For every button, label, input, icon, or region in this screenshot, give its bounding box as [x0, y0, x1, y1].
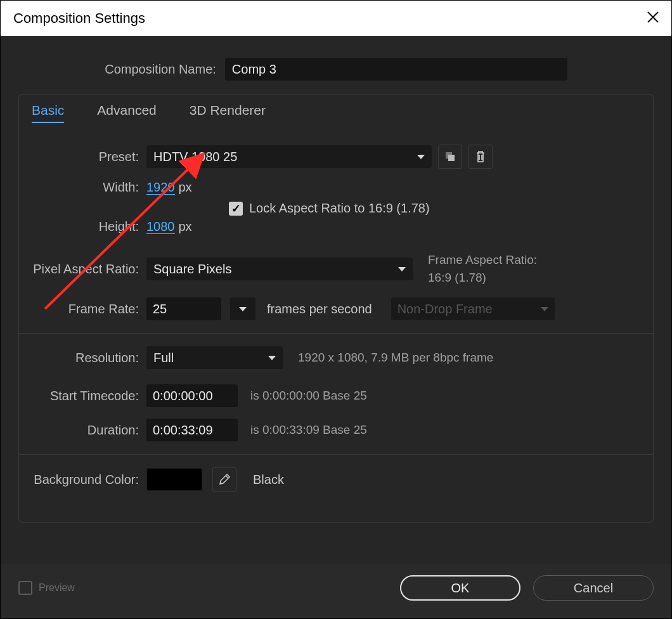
delete-preset-button[interactable]	[468, 145, 493, 169]
cancel-button[interactable]: Cancel	[533, 575, 654, 601]
tab-basic[interactable]: Basic	[32, 103, 64, 123]
background-color-label: Background Color:	[30, 472, 146, 487]
frame-rate-label: Frame Rate:	[30, 302, 146, 316]
duration-hint: is 0:00:33:09 Base 25	[250, 423, 367, 437]
composition-name-label: Composition Name:	[105, 62, 216, 77]
preset-select[interactable]: HDTV 1080 25	[146, 145, 432, 168]
preview-label: Preview	[39, 582, 75, 594]
divider	[19, 333, 653, 334]
frame-aspect-value: 16:9 (1.78)	[428, 271, 537, 285]
resolution-label: Resolution:	[30, 351, 146, 365]
chevron-down-icon	[239, 307, 247, 311]
background-color-name: Black	[253, 472, 284, 487]
tab-advanced[interactable]: Advanced	[97, 103, 156, 123]
drop-frame-select: Non-Drop Frame	[391, 297, 555, 320]
frame-rate-dropdown-button[interactable]	[230, 297, 255, 320]
ok-button[interactable]: OK	[400, 575, 520, 601]
chevron-down-icon	[398, 267, 406, 271]
tab-3d-renderer[interactable]: 3D Renderer	[190, 103, 266, 123]
close-icon[interactable]	[646, 10, 660, 27]
width-label: Width:	[30, 180, 146, 195]
preset-value: HDTV 1080 25	[153, 150, 237, 164]
width-unit: px	[179, 180, 192, 195]
width-value[interactable]: 1920	[146, 180, 175, 195]
chevron-down-icon	[541, 307, 548, 311]
resolution-select[interactable]: Full	[146, 346, 283, 369]
preset-label: Preset:	[30, 150, 146, 164]
composition-name-input[interactable]	[225, 58, 567, 81]
height-label: Height:	[30, 219, 146, 234]
chevron-down-icon	[268, 356, 276, 360]
pixel-aspect-select[interactable]: Square Pixels	[146, 257, 413, 280]
start-timecode-label: Start Timecode:	[30, 389, 146, 403]
duration-input[interactable]	[146, 419, 238, 441]
start-timecode-input[interactable]	[146, 384, 238, 407]
lock-aspect-checkbox[interactable]	[229, 202, 243, 216]
svg-rect-1	[448, 155, 455, 161]
settings-panel: Basic Advanced 3D Renderer Preset: HDTV …	[18, 94, 654, 523]
frame-aspect-label: Frame Aspect Ratio:	[428, 253, 537, 267]
composition-settings-dialog: Composition Settings Composition Name: B…	[0, 0, 672, 619]
resolution-value: Full	[153, 351, 174, 365]
divider	[19, 454, 653, 455]
titlebar: Composition Settings	[1, 1, 671, 36]
height-value[interactable]: 1080	[146, 219, 175, 234]
eyedropper-button[interactable]	[212, 467, 236, 492]
frame-rate-suffix: frames per second	[267, 302, 372, 316]
height-unit: px	[179, 219, 192, 234]
start-timecode-hint: is 0:00:00:00 Base 25	[250, 389, 367, 403]
window-title: Composition Settings	[13, 10, 145, 27]
duration-label: Duration:	[30, 423, 146, 438]
pixel-aspect-label: Pixel Aspect Ratio:	[30, 262, 146, 277]
resolution-hint: 1920 x 1080, 7.9 MB per 8bpc frame	[298, 351, 493, 365]
pixel-aspect-value: Square Pixels	[153, 262, 231, 277]
frame-rate-input[interactable]	[146, 297, 221, 320]
chevron-down-icon	[417, 155, 425, 159]
save-preset-button[interactable]	[438, 145, 462, 169]
background-color-swatch[interactable]	[146, 468, 202, 491]
preview-checkbox[interactable]	[18, 581, 32, 595]
lock-aspect-label: Lock Aspect Ratio to 16:9 (1.78)	[249, 201, 430, 216]
drop-frame-value: Non-Drop Frame	[397, 302, 493, 316]
